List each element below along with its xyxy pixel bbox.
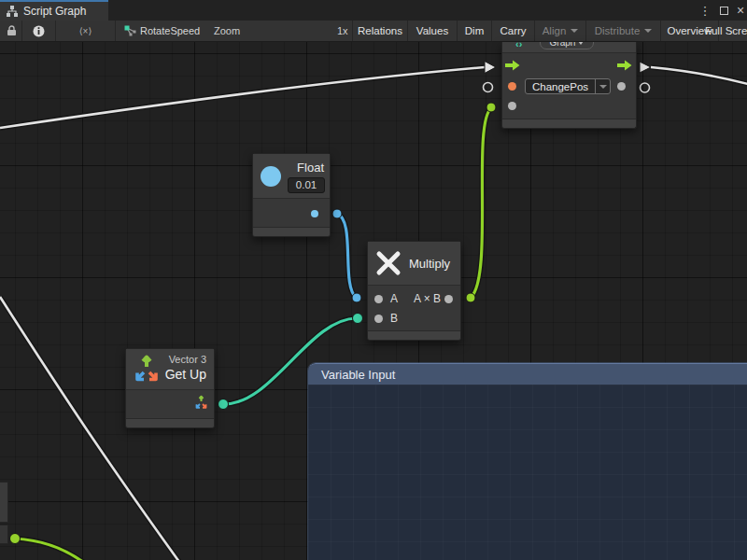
port-b-label: B <box>390 312 398 325</box>
node-set-variable[interactable]: ‹› Graph ChangePos <box>501 42 637 129</box>
vector3-icon <box>132 354 162 385</box>
variable-input-panel[interactable]: Variable Input <box>308 363 747 560</box>
toolbar-button-dim[interactable]: Dim <box>457 21 491 41</box>
node-footer <box>502 119 636 128</box>
port-b[interactable] <box>374 315 383 323</box>
toolbar-button-fullscreen[interactable]: Full Screen <box>718 21 747 41</box>
variable-name-dropdown[interactable]: ChangePos <box>525 78 611 94</box>
toolbar-button-values[interactable]: Values <box>407 21 457 41</box>
toolbar-button-relations[interactable]: Relations <box>352 21 407 41</box>
chevron-down-icon <box>578 42 584 45</box>
variable-kind-dropdown[interactable]: Graph <box>540 42 594 49</box>
control-output-arrow[interactable] <box>617 60 632 71</box>
variable-name-port[interactable] <box>508 82 516 91</box>
value-output-port[interactable] <box>617 82 626 91</box>
node-multiply[interactable]: Multiply A A × B B <box>367 241 461 341</box>
window-menu-icon[interactable]: ⋮ <box>698 0 712 21</box>
panel-title: Variable Input <box>321 368 395 382</box>
port-result-label: A × B <box>414 292 441 305</box>
lock-icon[interactable] <box>2 21 21 41</box>
value-input-port[interactable] <box>508 102 516 110</box>
node-type-label: Vector 3 <box>169 354 206 365</box>
chevron-down-icon <box>571 29 578 33</box>
vector3-output-port[interactable] <box>193 395 209 411</box>
node-title: Multiply <box>409 257 450 271</box>
node-float-literal[interactable]: Float 0.01 <box>252 153 331 237</box>
variable-input-panel-body[interactable] <box>308 385 747 560</box>
window-maximize-icon[interactable] <box>716 0 731 21</box>
variable-input-panel-header[interactable]: Variable Input <box>308 363 747 385</box>
tab-bar: Script Graph ⋮ × <box>0 0 747 21</box>
node-title: Get Up <box>165 367 206 382</box>
float-value-field[interactable]: 0.01 <box>288 177 325 193</box>
clipped-node-edge[interactable] <box>0 525 8 544</box>
tab-title: Script Graph <box>23 5 86 18</box>
tab-script-graph[interactable]: Script Graph <box>0 0 108 21</box>
script-graph-icon <box>6 5 19 18</box>
toolbar-button-align[interactable]: Align <box>534 21 585 41</box>
chevron-down-icon <box>644 29 652 33</box>
port-result[interactable] <box>444 295 453 303</box>
chevron-down-icon <box>599 85 607 89</box>
node-footer <box>368 330 460 340</box>
toolbar-button-carry[interactable]: Carry <box>491 21 534 41</box>
info-icon[interactable] <box>22 21 55 41</box>
float-type-icon <box>261 166 281 187</box>
port-a-label: A <box>390 292 398 305</box>
graph-toolbar: ⟨×⟩ RotateSpeed Zoom 1x Relations Values… <box>0 21 747 42</box>
node-title: Float <box>297 161 324 175</box>
node-footer <box>126 418 214 427</box>
float-output-port[interactable] <box>311 210 318 217</box>
port-a[interactable] <box>374 295 383 303</box>
zoom-value: 1x <box>337 21 348 41</box>
toolbar-button-distribute[interactable]: Distribute <box>585 21 660 41</box>
zoom-label: Zoom <box>214 21 240 41</box>
graph-breadcrumb-icon <box>121 21 138 41</box>
unity-visual-scripting-window: Script Graph ⋮ × ⟨×⟩ <box>0 0 747 560</box>
graph-breadcrumb-label[interactable]: RotateSpeed <box>140 21 200 41</box>
clipped-node-edge[interactable] <box>0 482 8 523</box>
window-close-icon[interactable]: × <box>733 0 747 21</box>
code-preview-icon[interactable]: ⟨×⟩ <box>56 21 115 41</box>
node-footer <box>253 227 330 236</box>
multiply-icon <box>375 250 402 276</box>
control-input-arrow[interactable] <box>505 60 520 71</box>
node-vector3-get-up[interactable]: Vector 3 Get Up <box>125 348 215 428</box>
variable-kind-icon: ‹› <box>515 42 522 49</box>
